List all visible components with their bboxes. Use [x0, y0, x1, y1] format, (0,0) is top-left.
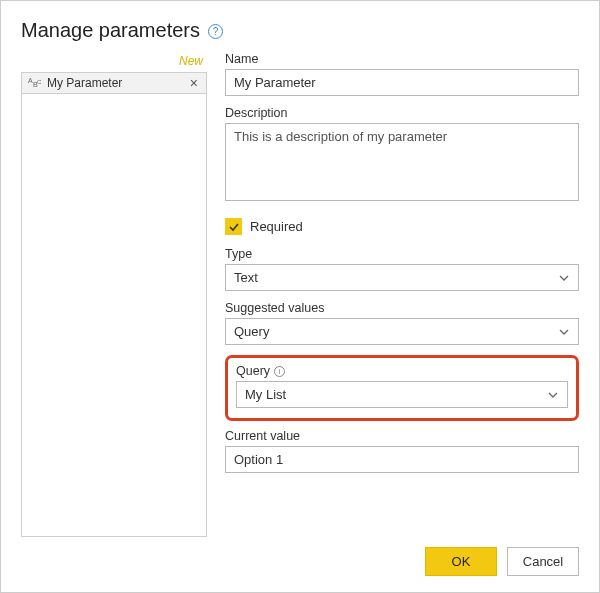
svg-text:C: C — [37, 79, 42, 85]
chevron-down-icon — [547, 389, 559, 401]
chevron-down-icon — [558, 326, 570, 338]
parameter-type-icon: A B C — [28, 76, 42, 90]
parameter-item-label: My Parameter — [47, 76, 183, 90]
query-highlight: Query i My List — [225, 355, 579, 421]
manage-parameters-dialog: Manage parameters ? New A B C My Paramet… — [0, 0, 600, 593]
required-label: Required — [250, 219, 303, 234]
parameter-list-item[interactable]: A B C My Parameter × — [22, 72, 206, 94]
remove-parameter-icon[interactable]: × — [188, 76, 200, 90]
dialog-footer: OK Cancel — [21, 547, 579, 576]
type-field: Type Text — [225, 247, 579, 291]
chevron-down-icon — [558, 272, 570, 284]
name-input[interactable] — [225, 69, 579, 96]
name-label: Name — [225, 52, 579, 66]
info-icon[interactable]: i — [274, 366, 285, 377]
dialog-title: Manage parameters — [21, 19, 200, 42]
query-select[interactable]: My List — [236, 381, 568, 408]
checkmark-icon — [228, 221, 240, 233]
suggested-values-label: Suggested values — [225, 301, 579, 315]
parameter-list: A B C My Parameter × — [21, 72, 207, 537]
type-select[interactable]: Text — [225, 264, 579, 291]
ok-button[interactable]: OK — [425, 547, 497, 576]
cancel-button[interactable]: Cancel — [507, 547, 579, 576]
suggested-values-select-value: Query — [234, 324, 269, 339]
type-select-value: Text — [234, 270, 258, 285]
query-select-value: My List — [245, 387, 286, 402]
required-field: Required — [225, 218, 579, 235]
new-parameter-link[interactable]: New — [21, 52, 207, 72]
current-value-field: Current value — [225, 429, 579, 473]
query-field: Query i My List — [236, 364, 568, 408]
current-value-input[interactable] — [225, 446, 579, 473]
suggested-values-field: Suggested values Query — [225, 301, 579, 345]
help-icon[interactable]: ? — [208, 24, 223, 39]
name-field: Name — [225, 52, 579, 96]
parameter-form: Name Description This is a description o… — [225, 52, 579, 537]
suggested-values-select[interactable]: Query — [225, 318, 579, 345]
dialog-header: Manage parameters ? — [21, 19, 579, 42]
description-field: Description This is a description of my … — [225, 106, 579, 204]
query-label: Query i — [236, 364, 568, 378]
required-checkbox[interactable] — [225, 218, 242, 235]
description-input[interactable]: This is a description of my parameter — [225, 123, 579, 201]
description-label: Description — [225, 106, 579, 120]
current-value-label: Current value — [225, 429, 579, 443]
type-label: Type — [225, 247, 579, 261]
parameter-sidebar: New A B C My Parameter × — [21, 52, 207, 537]
